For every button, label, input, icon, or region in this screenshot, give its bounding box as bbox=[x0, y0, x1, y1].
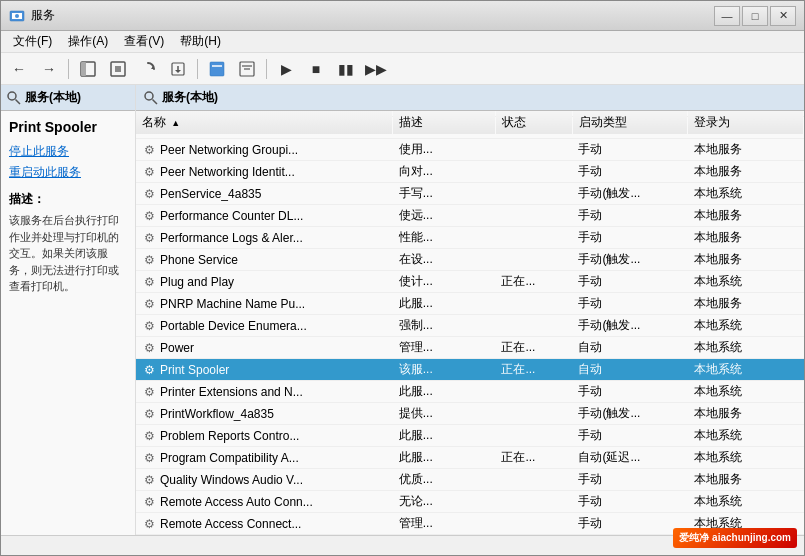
table-row[interactable]: ⚙PNRP Machine Name Pu...此服...手动本地服务 bbox=[136, 293, 804, 315]
gear-icon: ⚙ bbox=[142, 385, 156, 399]
service-start-cell: 手动 bbox=[572, 161, 688, 183]
service-login-cell: 本地系统 bbox=[688, 491, 804, 513]
service-login-cell: 本地系统 bbox=[688, 447, 804, 469]
service-status-cell: 正在... bbox=[495, 359, 572, 381]
service-start-cell: 手动 bbox=[572, 469, 688, 491]
service-start-cell: 手动 bbox=[572, 293, 688, 315]
table-row[interactable]: ⚙Phone Service在设...手动(触发...本地服务 bbox=[136, 249, 804, 271]
service-start-cell: 手动(触发... bbox=[572, 315, 688, 337]
stop-service-link[interactable]: 停止此服务 bbox=[9, 143, 127, 160]
service-login-cell: 本地系统 bbox=[688, 271, 804, 293]
col-header-status[interactable]: 状态 bbox=[495, 111, 572, 135]
watermark: 爱纯净 aiachunjing.com bbox=[673, 528, 797, 548]
service-desc-cell: 在设... bbox=[393, 249, 496, 271]
restart-button[interactable]: ▶▶ bbox=[362, 56, 390, 82]
gear-icon: ⚙ bbox=[142, 407, 156, 421]
table-row[interactable]: ⚙PenService_4a835手写...手动(触发...本地系统 bbox=[136, 183, 804, 205]
table-row[interactable]: ⚙Remote Access Auto Conn...无论...手动本地系统 bbox=[136, 491, 804, 513]
maximize-button[interactable]: □ bbox=[742, 6, 768, 26]
service-desc-cell: 手写... bbox=[393, 183, 496, 205]
svg-point-16 bbox=[8, 92, 16, 100]
minimize-button[interactable]: — bbox=[714, 6, 740, 26]
service-login-cell: 本地系统 bbox=[688, 337, 804, 359]
table-row[interactable]: ⚙Program Compatibility A...此服...正在...自动(… bbox=[136, 447, 804, 469]
table-row[interactable]: ⚙Plug and Play使计...正在...手动本地系统 bbox=[136, 271, 804, 293]
service-desc-cell: 无论... bbox=[393, 491, 496, 513]
table-row[interactable]: ⚙Peer Networking Groupi...使用...手动本地服务 bbox=[136, 139, 804, 161]
service-status-cell: 正在... bbox=[495, 337, 572, 359]
filter-button[interactable] bbox=[203, 56, 231, 82]
title-controls: — □ ✕ bbox=[714, 6, 796, 26]
service-desc-cell: 强制... bbox=[393, 315, 496, 337]
show-hide-button[interactable] bbox=[74, 56, 102, 82]
play-button[interactable]: ▶ bbox=[272, 56, 300, 82]
forward-button[interactable]: → bbox=[35, 56, 63, 82]
service-desc-cell: 此服... bbox=[393, 293, 496, 315]
service-desc-cell: 此服... bbox=[393, 447, 496, 469]
service-start-cell: 自动 bbox=[572, 359, 688, 381]
menu-file[interactable]: 文件(F) bbox=[5, 31, 60, 52]
restart-service-link[interactable]: 重启动此服务 bbox=[9, 164, 127, 181]
service-login-cell: 本地服务 bbox=[688, 403, 804, 425]
menu-view[interactable]: 查看(V) bbox=[116, 31, 172, 52]
svg-point-18 bbox=[145, 92, 153, 100]
service-status-cell bbox=[495, 293, 572, 315]
sep1 bbox=[68, 59, 69, 79]
back-button[interactable]: ← bbox=[5, 56, 33, 82]
table-row[interactable]: ⚙Problem Reports Contro...此服...手动本地系统 bbox=[136, 425, 804, 447]
gear-icon: ⚙ bbox=[142, 341, 156, 355]
service-status-cell bbox=[495, 513, 572, 535]
service-name-cell: ⚙PrintWorkflow_4a835 bbox=[136, 403, 393, 425]
service-name-cell: ⚙Print Spooler bbox=[136, 359, 393, 381]
service-name-cell: ⚙Printer Extensions and N... bbox=[136, 381, 393, 403]
toolbar: ← → ▶ ■ ▮▮ ▶▶ bbox=[1, 53, 804, 85]
services-table-container[interactable]: 名称 ▲ 描述 状态 启动类型 登录为 ⚙P9RdrService_4a835启… bbox=[136, 111, 804, 535]
service-login-cell: 本地系统 bbox=[688, 183, 804, 205]
service-start-cell: 手动 bbox=[572, 491, 688, 513]
table-row[interactable]: ⚙Performance Counter DL...使远...手动本地服务 bbox=[136, 205, 804, 227]
table-row[interactable]: ⚙Power管理...正在...自动本地系统 bbox=[136, 337, 804, 359]
service-start-cell: 手动 bbox=[572, 205, 688, 227]
service-status-cell bbox=[495, 205, 572, 227]
right-panel-header: 服务(本地) bbox=[136, 85, 804, 111]
col-header-login[interactable]: 登录为 bbox=[688, 111, 804, 135]
menu-action[interactable]: 操作(A) bbox=[60, 31, 116, 52]
service-start-cell: 手动 bbox=[572, 139, 688, 161]
gear-icon: ⚙ bbox=[142, 187, 156, 201]
table-row[interactable]: ⚙Performance Logs & Aler...性能...手动本地服务 bbox=[136, 227, 804, 249]
gear-icon: ⚙ bbox=[142, 297, 156, 311]
table-row[interactable]: ⚙Quality Windows Audio V...优质...手动本地服务 bbox=[136, 469, 804, 491]
service-status-cell: 正在... bbox=[495, 271, 572, 293]
left-panel-title: 服务(本地) bbox=[25, 89, 81, 106]
pause-button[interactable]: ▮▮ bbox=[332, 56, 360, 82]
refresh-button[interactable] bbox=[134, 56, 162, 82]
title-bar-left: 服务 bbox=[9, 7, 55, 24]
filter2-button[interactable] bbox=[233, 56, 261, 82]
service-login-cell: 本地系统 bbox=[688, 315, 804, 337]
gear-icon: ⚙ bbox=[142, 495, 156, 509]
gear-icon: ⚙ bbox=[142, 473, 156, 487]
service-desc-cell: 管理... bbox=[393, 337, 496, 359]
service-login-cell: 本地服务 bbox=[688, 249, 804, 271]
table-row[interactable]: ⚙Print Spooler该服...正在...自动本地系统 bbox=[136, 359, 804, 381]
col-header-start[interactable]: 启动类型 bbox=[572, 111, 688, 135]
service-start-cell: 自动(延迟... bbox=[572, 447, 688, 469]
selected-service-name: Print Spooler bbox=[9, 119, 127, 135]
col-header-name[interactable]: 名称 ▲ bbox=[136, 111, 393, 135]
table-row[interactable]: ⚙Portable Device Enumera...强制...手动(触发...… bbox=[136, 315, 804, 337]
menu-help[interactable]: 帮助(H) bbox=[172, 31, 229, 52]
stop-button[interactable]: ■ bbox=[302, 56, 330, 82]
service-name-cell: ⚙Program Compatibility A... bbox=[136, 447, 393, 469]
export-button[interactable] bbox=[164, 56, 192, 82]
up-button[interactable] bbox=[104, 56, 132, 82]
svg-line-19 bbox=[153, 99, 158, 104]
service-login-cell: 本地服务 bbox=[688, 469, 804, 491]
col-header-desc[interactable]: 描述 bbox=[393, 111, 496, 135]
service-desc-cell: 此服... bbox=[393, 381, 496, 403]
service-login-cell: 本地系统 bbox=[688, 359, 804, 381]
search-icon bbox=[7, 91, 21, 105]
table-row[interactable]: ⚙Printer Extensions and N...此服...手动本地系统 bbox=[136, 381, 804, 403]
table-row[interactable]: ⚙PrintWorkflow_4a835提供...手动(触发...本地服务 bbox=[136, 403, 804, 425]
close-button[interactable]: ✕ bbox=[770, 6, 796, 26]
table-row[interactable]: ⚙Peer Networking Identit...向对...手动本地服务 bbox=[136, 161, 804, 183]
